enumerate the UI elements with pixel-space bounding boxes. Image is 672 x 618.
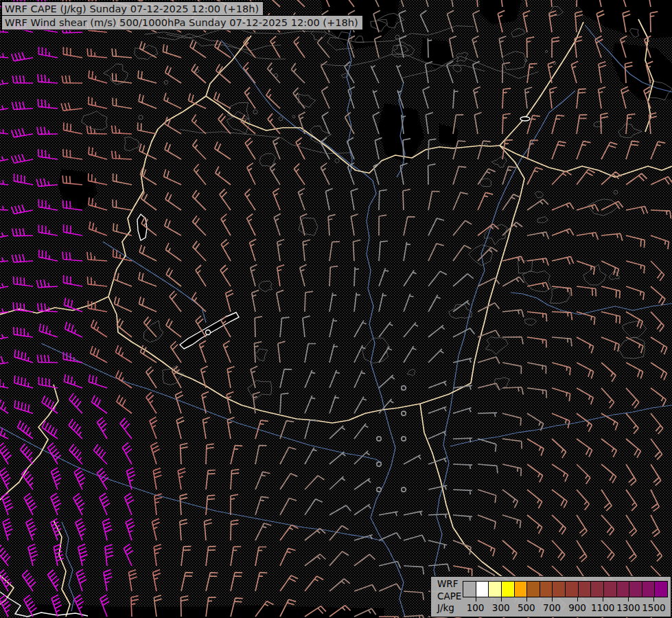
legend-swatch-8	[566, 582, 579, 597]
legend-swatch-3	[502, 582, 515, 597]
legend-swatch-9	[579, 582, 592, 597]
legend-swatch-6	[540, 582, 553, 597]
legend-tick-label: 1500	[638, 602, 669, 613]
lake-tiny	[520, 117, 530, 121]
legend-tick	[552, 597, 553, 602]
cape-color-legend: WRF CAPE J/kg 10030050070090011001300150…	[430, 576, 671, 617]
map-background	[0, 0, 672, 618]
legend-tick	[577, 597, 578, 602]
legend-swatch-2	[489, 582, 502, 597]
legend-swatch-13	[629, 582, 642, 597]
legend-label-line1: WRF	[437, 578, 461, 591]
weather-map-canvas	[0, 0, 672, 618]
map-title-cape-text: WRF CAPE (J/kg) Sunday 07-12-2025 12:00 …	[5, 3, 259, 14]
legend-swatch-12	[617, 582, 630, 597]
map-title-cape: WRF CAPE (J/kg) Sunday 07-12-2025 12:00 …	[1, 1, 264, 16]
legend-swatch-11	[604, 582, 617, 597]
lake-small	[206, 330, 211, 335]
map-title-windshear-text: WRF Wind shear (m/s) 500/1000hPa Sunday …	[5, 16, 358, 28]
map-title-windshear: WRF Wind shear (m/s) 500/1000hPa Sunday …	[1, 15, 363, 30]
legend-tick	[526, 597, 527, 602]
legend-tick	[653, 597, 654, 602]
legend-label-line2: CAPE	[437, 591, 461, 603]
legend-label: WRF CAPE J/kg	[437, 578, 461, 615]
legend-swatch-0	[463, 582, 476, 597]
legend-swatch-4	[515, 582, 528, 597]
legend-swatch-10	[591, 582, 604, 597]
legend-swatch-7	[553, 582, 566, 597]
legend-tick	[476, 597, 476, 602]
legend-color-bar	[463, 581, 668, 597]
legend-swatch-15	[655, 582, 667, 597]
legend-tick	[501, 597, 502, 602]
legend-tick	[603, 597, 603, 602]
legend-tick	[628, 597, 629, 602]
legend-swatch-14	[642, 582, 656, 597]
wrf-weather-map-window: WRF CAPE (J/kg) Sunday 07-12-2025 12:00 …	[0, 0, 672, 618]
legend-swatch-5	[527, 582, 540, 597]
legend-label-line3: J/kg	[437, 602, 461, 615]
legend-swatch-1	[476, 582, 489, 597]
